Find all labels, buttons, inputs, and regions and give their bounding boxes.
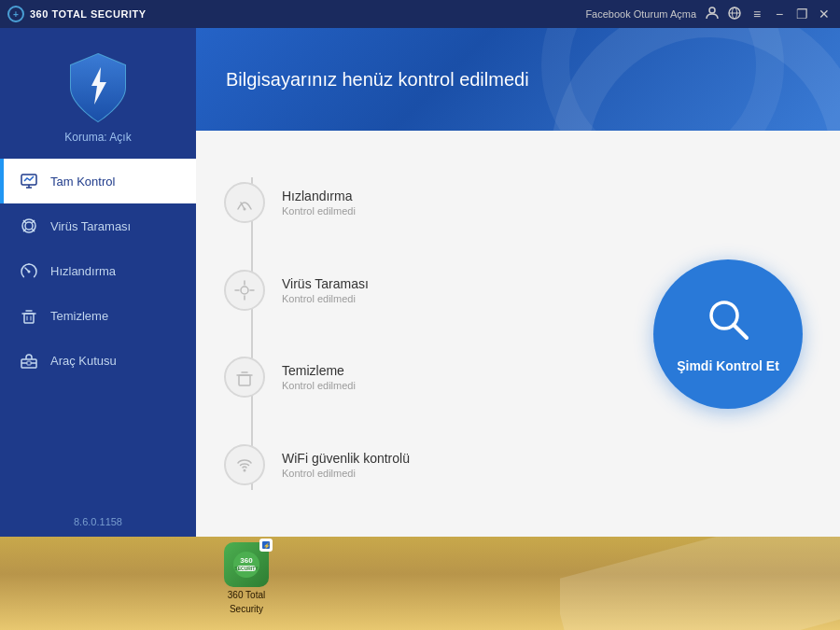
scan-button-area: Şimdi Kontrol Et	[635, 149, 840, 518]
app-title: 360 TOTAL SECURITY	[30, 8, 147, 20]
shield-logo	[65, 50, 131, 125]
main-content: Bilgisayarınız henüz kontrol edilmedi Hı…	[196, 28, 840, 537]
protection-status-label: Koruma: Açık	[64, 131, 131, 144]
taskbar: 360 SECURITY ⚡ 360 Total Security	[0, 537, 840, 630]
hizlandirma-text: Hızlandırma Kontrol edilmedi	[282, 189, 356, 217]
app-version: 8.6.0.1158	[74, 507, 122, 537]
svg-point-14	[28, 271, 31, 273]
svg-point-25	[241, 287, 248, 294]
svg-point-24	[244, 207, 246, 210]
temizleme-label: Temizleme	[50, 309, 108, 323]
temizleme-status: Kontrol edilmedi	[282, 380, 356, 391]
taskbar-360-security[interactable]: 360 SECURITY ⚡ 360 Total Security	[224, 542, 269, 615]
wifi-status: Kontrol edilmedi	[282, 468, 410, 479]
facebook-login-label: Facebook Oturum Açma	[585, 8, 696, 20]
scan-button-label: Şimdi Kontrol Et	[677, 358, 779, 373]
taskbar-app-label-line1: 360 Total	[228, 590, 265, 601]
virus-text: Virüs Taraması Kontrol edilmedi	[282, 276, 369, 304]
hizlandirma-status: Kontrol edilmedi	[282, 205, 356, 217]
clean-icon	[19, 305, 39, 326]
scan-item-temizleme: Temizleme Kontrol edilmedi	[224, 357, 607, 398]
virus-circle-icon	[224, 270, 265, 311]
globe-icon[interactable]	[726, 6, 743, 23]
temizleme-title: Temizleme	[282, 363, 356, 378]
temizleme-text: Temizleme Kontrol edilmedi	[282, 363, 356, 391]
window-controls: ≡ − ❐ ✕	[704, 6, 833, 23]
scan-item-hizlandirma: Hızlandırma Kontrol edilmedi	[224, 182, 607, 223]
taskbar-icon-badge: ⚡	[259, 539, 273, 552]
sidebar-item-tam-kontrol[interactable]: Tam Kontrol	[0, 159, 196, 203]
svg-point-7	[25, 222, 33, 230]
restore-button[interactable]: ❐	[793, 7, 810, 21]
svg-rect-15	[24, 314, 34, 323]
tam-kontrol-label: Tam Kontrol	[50, 175, 115, 189]
main-header: Bilgisayarınız henüz kontrol edilmedi	[196, 28, 840, 131]
title-bar: + 360 TOTAL SECURITY Facebook Oturum Açm…	[0, 0, 840, 28]
svg-point-0	[709, 7, 715, 13]
wifi-circle-icon	[224, 444, 265, 485]
arac-kutusu-label: Araç Kutusu	[50, 354, 117, 368]
wifi-text: WiFi güvenlik kontrolü Kontrol edilmedi	[282, 451, 410, 479]
main-header-title: Bilgisayarınız henüz kontrol edilmedi	[226, 69, 529, 91]
speedup-icon	[19, 260, 39, 281]
virus-title: Virüs Taraması	[282, 276, 369, 291]
tam-kontrol-icon	[19, 171, 39, 191]
scan-item-virus: Virüs Taraması Kontrol edilmedi	[224, 270, 607, 311]
hizlandirma-label: Hızlandırma	[50, 264, 116, 278]
toolbox-icon	[19, 350, 39, 371]
scan-item-wifi: WiFi güvenlik kontrolü Kontrol edilmedi	[224, 444, 607, 485]
svg-rect-30	[239, 375, 250, 385]
taskbar-decoration	[560, 537, 840, 630]
svg-text:⚡: ⚡	[263, 542, 271, 550]
virus-taramasi-label: Virüs Taraması	[50, 219, 131, 233]
temizleme-circle-icon	[224, 357, 265, 398]
hamburger-menu-icon[interactable]: ≡	[749, 7, 765, 21]
title-bar-right: Facebook Oturum Açma ≡ − ❐ ✕	[585, 6, 833, 23]
virus-status: Kontrol edilmedi	[282, 293, 369, 304]
sidebar-item-temizleme[interactable]: Temizleme	[0, 293, 196, 338]
app-logo-icon: +	[7, 6, 24, 22]
title-bar-left: + 360 TOTAL SECURITY	[7, 6, 147, 22]
hizlandirma-circle-icon	[224, 182, 265, 223]
sidebar-logo-area: Koruma: Açık	[64, 28, 131, 159]
taskbar-icon-wrapper: 360 SECURITY ⚡	[224, 542, 269, 587]
taskbar-app-label-line2: Security	[230, 604, 263, 615]
user-account-icon[interactable]	[704, 6, 721, 23]
scan-button-icon	[704, 295, 752, 353]
svg-text:SECURITY: SECURITY	[234, 566, 259, 571]
sidebar-item-hizlandirma[interactable]: Hızlandırma	[0, 248, 196, 293]
sidebar-item-virus-taramasi[interactable]: Virüs Taraması	[0, 203, 196, 248]
svg-rect-22	[27, 361, 31, 365]
svg-point-33	[244, 469, 246, 472]
wifi-title: WiFi güvenlik kontrolü	[282, 451, 410, 466]
scan-area: Hızlandırma Kontrol edilmedi Virüs T	[196, 131, 840, 537]
sidebar: Koruma: Açık Tam Kontrol	[0, 28, 196, 537]
svg-line-35	[734, 325, 747, 338]
svg-text:360: 360	[240, 556, 253, 565]
scan-items-list: Hızlandırma Kontrol edilmedi Virüs T	[196, 149, 635, 518]
minimize-button[interactable]: −	[771, 7, 788, 21]
close-button[interactable]: ✕	[816, 7, 833, 21]
virus-icon	[19, 216, 39, 236]
sidebar-item-arac-kutusu[interactable]: Araç Kutusu	[0, 338, 196, 383]
hizlandirma-title: Hızlandırma	[282, 189, 356, 203]
scan-now-button[interactable]: Şimdi Kontrol Et	[653, 259, 803, 409]
sidebar-navigation: Tam Kontrol Virüs Taraması	[0, 159, 196, 507]
